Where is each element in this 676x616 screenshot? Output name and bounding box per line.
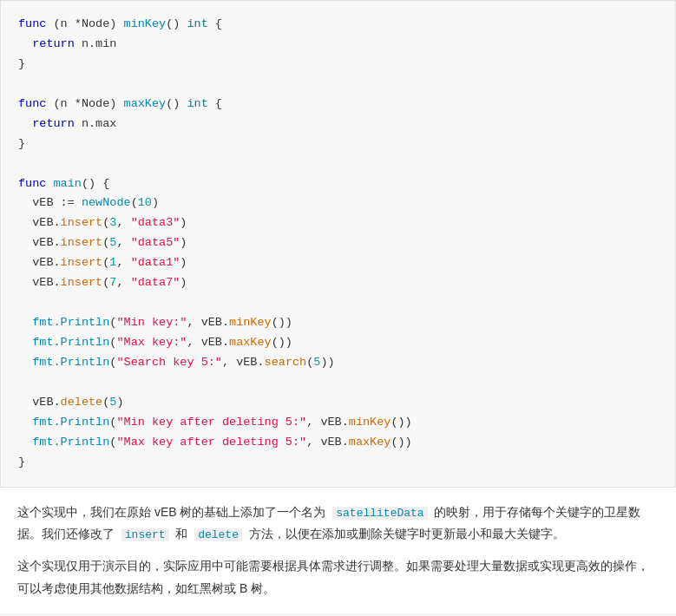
description-para2: 这个实现仅用于演示目的，实际应用中可能需要根据具体需求进行调整。如果需要处理大量… — [17, 555, 659, 599]
code-block: func (n *Node) minKey() int { return n.m… — [0, 0, 676, 488]
description-section: 这个实现中，我们在原始 vEB 树的基础上添加了一个名为 satelliteDa… — [0, 488, 676, 613]
description-para1: 这个实现中，我们在原始 vEB 树的基础上添加了一个名为 satelliteDa… — [17, 501, 659, 546]
